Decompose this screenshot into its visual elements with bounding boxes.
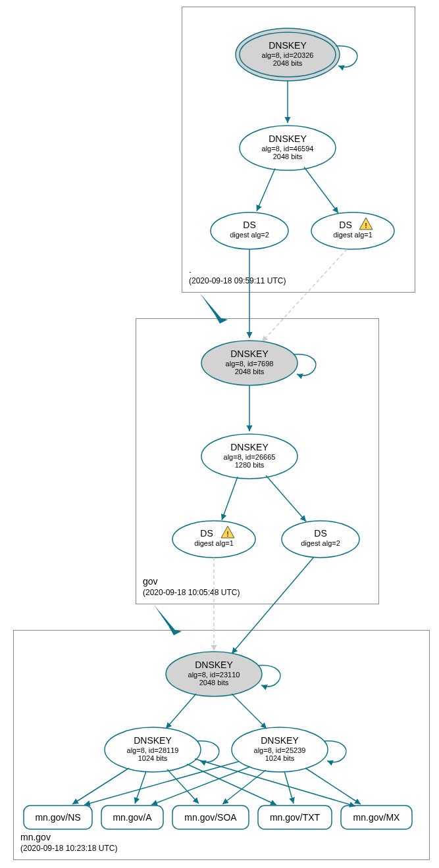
- svg-text:mn.gov/SOA: mn.gov/SOA: [184, 812, 237, 823]
- svg-text:2048 bits: 2048 bits: [235, 368, 265, 375]
- svg-text:mn.gov/NS: mn.gov/NS: [35, 812, 80, 823]
- svg-text:alg=8, id=46594: alg=8, id=46594: [262, 145, 314, 153]
- svg-text:DNSKEY: DNSKEY: [230, 349, 269, 359]
- edge-root-zsk-ds1: [304, 167, 338, 213]
- svg-text:DNSKEY: DNSKEY: [261, 735, 299, 746]
- node-root-ds1: DS digest alg=1 !: [311, 212, 394, 249]
- node-gov-ksk: DNSKEY alg=8, id=7698 2048 bits: [201, 341, 297, 385]
- svg-text:!: !: [226, 530, 229, 538]
- edge-gov-zsk-ds2: [266, 475, 306, 521]
- edge-mngov-ksk-zsk2: [232, 694, 267, 729]
- svg-text:DS: DS: [314, 528, 326, 539]
- node-gov-zsk: DNSKEY alg=8, id=26665 1280 bits: [201, 434, 297, 479]
- svg-text:1280 bits: 1280 bits: [235, 461, 265, 469]
- svg-text:DS: DS: [243, 220, 255, 230]
- svg-text:mn.gov/MX: mn.gov/MX: [353, 812, 400, 823]
- svg-text:DNSKEY: DNSKEY: [230, 442, 269, 452]
- svg-text:alg=8, id=23110: alg=8, id=23110: [188, 671, 240, 679]
- edge-mngov-ksk-zsk1: [166, 694, 196, 729]
- svg-text:2048 bits: 2048 bits: [273, 59, 303, 67]
- svg-text:digest alg=2: digest alg=2: [230, 231, 269, 239]
- svg-text:2048 bits: 2048 bits: [199, 679, 229, 687]
- edge-zsk2-mx: [305, 768, 361, 804]
- node-mngov-ksk: DNSKEY alg=8, id=23110 2048 bits: [166, 652, 262, 696]
- diagram-svg: DNSKEY alg=8, id=20326 2048 bits DNSKEY …: [0, 0, 439, 868]
- node-mngov-zsk2: DNSKEY alg=8, id=25239 1024 bits: [232, 727, 328, 772]
- node-rr-txt: mn.gov/TXT: [258, 806, 332, 829]
- edge-zsk1-ns: [72, 768, 129, 804]
- svg-text:1024 bits: 1024 bits: [265, 754, 295, 762]
- svg-text:DNSKEY: DNSKEY: [269, 133, 307, 144]
- svg-text:2048 bits: 2048 bits: [273, 153, 303, 160]
- svg-text:DNSKEY: DNSKEY: [195, 660, 233, 670]
- svg-text:mn.gov/TXT: mn.gov/TXT: [270, 812, 321, 823]
- svg-text:!: !: [365, 222, 367, 229]
- edge-root-zsk-ds2: [257, 168, 275, 211]
- node-gov-ds1: DS digest alg=1 !: [172, 521, 255, 558]
- svg-text:alg=8, id=7698: alg=8, id=7698: [226, 360, 274, 368]
- svg-text:alg=8, id=25239: alg=8, id=25239: [254, 746, 306, 754]
- svg-text:DNSKEY: DNSKEY: [269, 40, 307, 51]
- node-root-zsk: DNSKEY alg=8, id=46594 2048 bits: [240, 126, 336, 170]
- edge-gov-zsk-ds1: [222, 477, 238, 520]
- delegation-root-gov: [200, 293, 228, 324]
- svg-text:digest alg=1: digest alg=1: [333, 231, 373, 239]
- node-root-ksk: DNSKEY alg=8, id=20326 2048 bits: [236, 28, 340, 81]
- delegation-gov-mngov: [154, 605, 182, 635]
- svg-text:alg=8, id=20326: alg=8, id=20326: [262, 51, 314, 59]
- svg-text:mn.gov/A: mn.gov/A: [113, 812, 152, 823]
- svg-text:DS: DS: [339, 220, 351, 230]
- svg-text:alg=8, id=28119: alg=8, id=28119: [127, 746, 179, 754]
- node-rr-soa: mn.gov/SOA: [172, 806, 249, 829]
- node-rr-ns: mn.gov/NS: [24, 806, 92, 829]
- svg-text:1024 bits: 1024 bits: [138, 754, 168, 762]
- node-root-ds2: DS digest alg=2: [211, 212, 288, 249]
- node-rr-a: mn.gov/A: [101, 806, 163, 829]
- edge-govds2-mngovksk: [232, 557, 314, 654]
- svg-text:alg=8, id=26665: alg=8, id=26665: [224, 453, 276, 461]
- svg-text:DS: DS: [200, 528, 213, 539]
- node-gov-ds2: DS digest alg=2: [282, 521, 359, 558]
- svg-text:digest alg=2: digest alg=2: [301, 539, 340, 547]
- node-mngov-zsk1: DNSKEY alg=8, id=28119 1024 bits: [105, 727, 201, 772]
- svg-text:digest alg=1: digest alg=1: [194, 539, 234, 547]
- svg-text:DNSKEY: DNSKEY: [134, 735, 172, 746]
- edge-zsk1-a: [135, 771, 146, 804]
- edge-ds1-govksk: [262, 249, 347, 342]
- node-rr-mx: mn.gov/MX: [341, 806, 412, 829]
